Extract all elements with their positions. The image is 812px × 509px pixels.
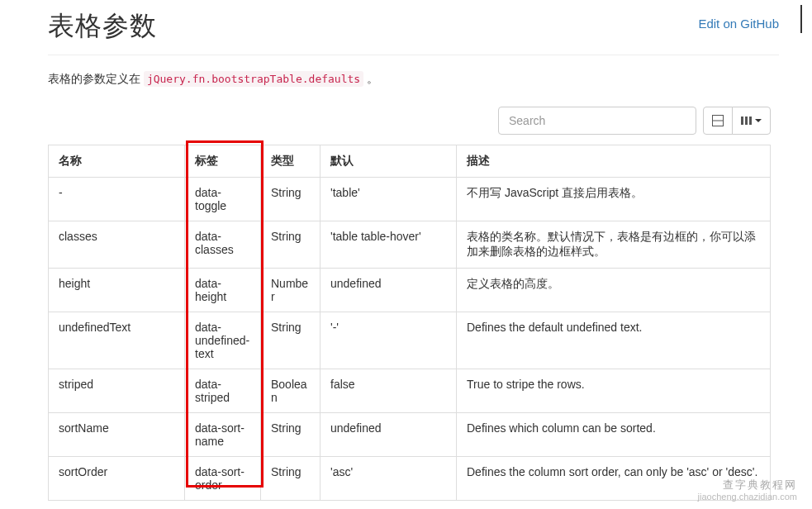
watermark: 查字典教程网 jiaocheng.chazidian.com xyxy=(698,478,797,502)
params-table: 名称 标签 类型 默认 描述 - data-toggle String 'tab… xyxy=(48,145,771,501)
th-type[interactable]: 类型 xyxy=(261,145,321,178)
cell-type: String xyxy=(261,457,321,501)
table-row: classes data-classes String 'table table… xyxy=(49,221,771,269)
cell-type: Number xyxy=(261,269,321,312)
cell-tag: data-striped xyxy=(185,369,261,413)
search-input[interactable] xyxy=(498,107,696,135)
cell-name: undefinedText xyxy=(49,312,185,369)
cell-type: String xyxy=(261,312,321,369)
cell-default: undefined xyxy=(321,269,457,312)
table-row: undefinedText data-undefined-text String… xyxy=(49,312,771,369)
cell-default: false xyxy=(321,369,457,413)
intro-code: jQuery.fn.bootstrapTable.defaults xyxy=(144,71,363,87)
cell-desc: 表格的类名称。默认情况下，表格是有边框的，你可以添加来删除表格的边框样式。 xyxy=(457,221,771,269)
cell-default: 'table' xyxy=(321,178,457,221)
cell-type: String xyxy=(261,221,321,269)
table-row: sortName data-sort-name String undefined… xyxy=(49,413,771,457)
cell-desc: 不用写 JavaScript 直接启用表格。 xyxy=(457,178,771,221)
cell-desc: 定义表格的高度。 xyxy=(457,269,771,312)
columns-dropdown-button[interactable] xyxy=(732,107,771,135)
divider xyxy=(48,55,779,55)
cell-type: String xyxy=(261,413,321,457)
toolbar-button-group xyxy=(703,107,771,135)
th-desc[interactable]: 描述 xyxy=(457,145,771,178)
th-tag[interactable]: 标签 xyxy=(185,145,261,178)
cell-type: Boolean xyxy=(261,369,321,413)
page-title: 表格参数 xyxy=(48,8,157,45)
cell-default: undefined xyxy=(321,413,457,457)
chevron-down-icon xyxy=(755,119,762,122)
watermark-line1: 查字典教程网 xyxy=(698,478,797,492)
edit-github-link[interactable]: Edit on GitHub xyxy=(698,17,779,31)
cell-tag: data-toggle xyxy=(185,178,261,221)
table-row: striped data-striped Boolean false True … xyxy=(49,369,771,413)
cell-name: sortOrder xyxy=(49,457,185,501)
watermark-line2: jiaocheng.chazidian.com xyxy=(698,492,797,502)
vertical-cursor-bar xyxy=(800,5,802,33)
th-default[interactable]: 默认 xyxy=(321,145,457,178)
cell-name: sortName xyxy=(49,413,185,457)
cell-default: '-' xyxy=(321,312,457,369)
table-row: height data-height Number undefined 定义表格… xyxy=(49,269,771,312)
table-container: 名称 标签 类型 默认 描述 - data-toggle String 'tab… xyxy=(0,145,812,501)
cell-name: striped xyxy=(49,369,185,413)
cell-tag: data-undefined-text xyxy=(185,312,261,369)
cell-tag: data-height xyxy=(185,269,261,312)
table-row: sortOrder data-sort-order String 'asc' D… xyxy=(49,457,771,501)
cell-desc: Defines the default undefined text. xyxy=(457,312,771,369)
table-toolbar xyxy=(0,107,812,145)
cell-default: 'table table-hover' xyxy=(321,221,457,269)
cell-desc: Defines which column can be sorted. xyxy=(457,413,771,457)
table-header-row: 名称 标签 类型 默认 描述 xyxy=(49,145,771,178)
cell-type: String xyxy=(261,178,321,221)
cell-default: 'asc' xyxy=(321,457,457,501)
intro-suffix: 。 xyxy=(363,72,378,85)
table-row: - data-toggle String 'table' 不用写 JavaScr… xyxy=(49,178,771,221)
cell-tag: data-sort-name xyxy=(185,413,261,457)
intro-paragraph: 表格的参数定义在 jQuery.fn.bootstrapTable.defaul… xyxy=(0,72,812,87)
toggle-view-button[interactable] xyxy=(703,107,733,135)
cell-desc: True to stripe the rows. xyxy=(457,369,771,413)
cell-name: classes xyxy=(49,221,185,269)
cell-tag: data-sort-order xyxy=(185,457,261,501)
header: 表格参数 Edit on GitHub xyxy=(0,0,812,45)
cell-name: - xyxy=(49,178,185,221)
cell-name: height xyxy=(49,269,185,312)
th-name[interactable]: 名称 xyxy=(49,145,185,178)
columns-icon xyxy=(741,117,752,125)
card-view-icon xyxy=(712,115,724,126)
cell-tag: data-classes xyxy=(185,221,261,269)
intro-prefix: 表格的参数定义在 xyxy=(48,72,144,85)
